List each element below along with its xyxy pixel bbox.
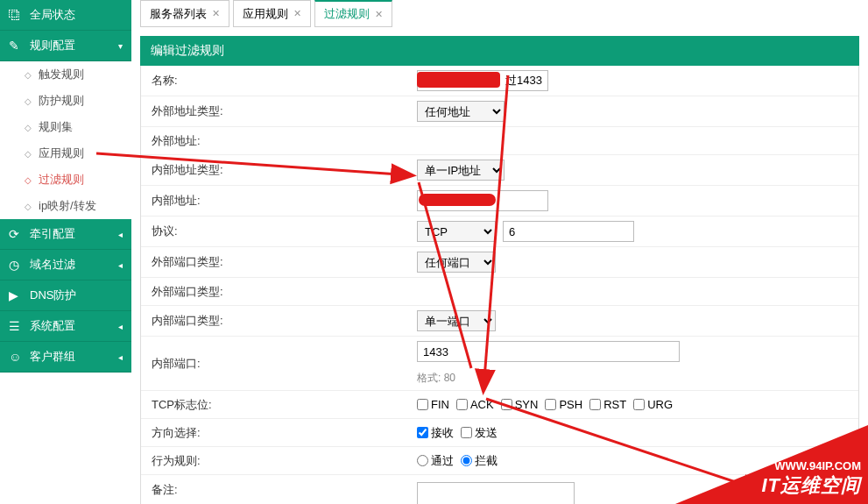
tab-server-list[interactable]: 服务器列表 ✕ (140, 0, 229, 27)
chevron-left-icon: ◂ (118, 322, 123, 331)
nav-sub-ip-mapping[interactable]: ip映射/转发 (0, 193, 131, 219)
chevron-down-icon: ▾ (118, 41, 123, 51)
close-icon[interactable]: ✕ (212, 8, 220, 19)
dashboard-icon: ◷ (9, 258, 23, 272)
label-name: 名称: (141, 73, 413, 89)
nav-label: 客户群组 (30, 349, 75, 365)
hint-int-port: 格式: 80 (417, 371, 455, 386)
nav-label: 牵引配置 (30, 226, 75, 242)
copy-icon: ⿻ (9, 8, 23, 22)
nav-sub-trigger[interactable]: 触发规则 (0, 61, 131, 88)
select-protocol[interactable]: TCP (417, 221, 496, 242)
textarea-remark[interactable] (417, 482, 575, 504)
checkbox-syn[interactable]: SYN (501, 398, 539, 411)
edit-icon: ✎ (9, 39, 23, 53)
nav-dns-protect[interactable]: ▶ DNS防护 (0, 280, 131, 311)
nav-sub-filter-rule[interactable]: 过滤规则 (0, 167, 131, 193)
checkbox-fin[interactable]: FIN (417, 398, 449, 411)
checkbox-ack[interactable]: ACK (456, 398, 494, 411)
close-icon[interactable]: ✕ (293, 8, 301, 19)
label-remark: 备注: (141, 482, 413, 498)
nav-label: 域名过滤 (30, 257, 75, 273)
nav-sys-config[interactable]: ☰ 系统配置 ◂ (0, 311, 131, 342)
label-direction: 方向选择: (141, 425, 413, 441)
panel-header: 编辑过滤规则 (140, 36, 859, 66)
nav-sub-app-rule[interactable]: 应用规则 (0, 140, 131, 167)
nav-label: DNS防护 (30, 287, 76, 303)
checkbox-rst[interactable]: RST (589, 398, 626, 411)
nav-label: 全局状态 (30, 7, 75, 23)
select-ext-addr-type[interactable]: 任何地址 (417, 101, 505, 122)
label-int-addr: 内部地址: (141, 193, 413, 209)
users-icon: ☺ (9, 350, 23, 364)
radio-pass[interactable]: 通过 (417, 453, 454, 469)
label-int-port-type: 内部端口类型: (141, 313, 413, 329)
radio-block[interactable]: 拦截 (461, 453, 498, 469)
list-icon: ☰ (9, 319, 23, 333)
label-action: 行为规则: (141, 453, 413, 469)
tab-app-rule[interactable]: 应用规则 ✕ (233, 0, 311, 27)
tab-filter-rule[interactable]: 过滤规则 ✕ (314, 0, 392, 27)
label-ext-port-type: 外部端口类型: (141, 254, 413, 270)
nav-traction[interactable]: ⟳ 牵引配置 ◂ (0, 219, 131, 250)
input-int-addr[interactable] (417, 190, 548, 211)
label-ext-addr: 外部地址: (141, 133, 413, 149)
select-int-addr-type[interactable]: 单一IP地址 (417, 160, 505, 181)
checkbox-send[interactable]: 发送 (461, 425, 498, 441)
select-ext-port-type[interactable]: 任何端口 (417, 252, 496, 273)
refresh-icon: ⟳ (9, 227, 23, 241)
label-ext-addr-type: 外部地址类型: (141, 103, 413, 119)
input-protocol-num[interactable] (503, 221, 634, 242)
nav-customer[interactable]: ☺ 客户群组 ◂ (0, 342, 131, 373)
input-name[interactable] (417, 70, 548, 91)
sidebar: ⿻ 全局状态 ✎ 规则配置 ▾ 触发规则 防护规则 规则集 应用规则 过滤规则 … (0, 0, 131, 504)
checkbox-recv[interactable]: 接收 (417, 425, 454, 441)
nav-domain-filter[interactable]: ◷ 域名过滤 ◂ (0, 250, 131, 280)
label-ext-port-type2: 外部端口类型: (141, 284, 413, 300)
select-int-port-type[interactable]: 单一端口 (417, 310, 496, 331)
input-int-port[interactable] (417, 341, 680, 362)
nav-global-status[interactable]: ⿻ 全局状态 (0, 0, 131, 31)
checkbox-urg[interactable]: URG (633, 398, 673, 411)
label-tcp-flags: TCP标志位: (141, 397, 413, 413)
nav-label: 规则配置 (30, 38, 75, 53)
chevron-left-icon: ◂ (118, 230, 123, 239)
checkbox-psh[interactable]: PSH (545, 398, 582, 411)
nav-sub-protect[interactable]: 防护规则 (0, 88, 131, 114)
label-protocol: 协议: (141, 224, 413, 239)
tab-bar: 服务器列表 ✕ 应用规则 ✕ 过滤规则 ✕ (140, 0, 859, 27)
close-icon[interactable]: ✕ (375, 9, 383, 20)
label-int-port: 内部端口: (141, 356, 413, 372)
nav-rule-config[interactable]: ✎ 规则配置 ▾ (0, 31, 131, 61)
watermark-text: WWW.94IP.COM IT运维空间 (761, 459, 861, 499)
chevron-left-icon: ◂ (118, 352, 123, 362)
chevron-left-icon: ◂ (118, 260, 123, 270)
play-icon: ▶ (9, 288, 23, 302)
label-int-addr-type: 内部地址类型: (141, 162, 413, 178)
nav-label: 系统配置 (30, 318, 75, 334)
nav-sub-ruleset[interactable]: 规则集 (0, 114, 131, 140)
